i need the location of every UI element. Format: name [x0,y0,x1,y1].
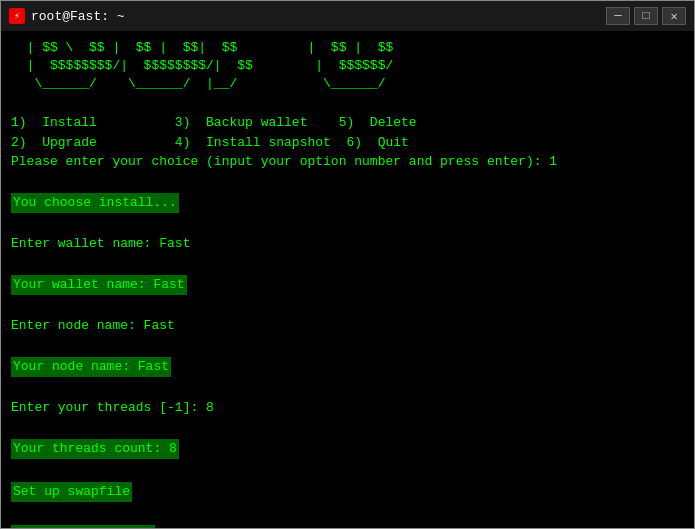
window: ⚡ root@Fast: ~ — □ ✕ | $$ \ $$ | $$ | $$… [0,0,695,529]
threads-prompt: Enter your threads [-1]: 8 [11,398,684,418]
output-line-4: Your threads count: 8 [11,439,684,459]
ascii-art: | $$ \ $$ | $$ | $$| $$ | $$ | $$ | $$$$… [11,39,684,94]
node-prompt: Enter node name: Fast [11,316,684,336]
terminal-icon: ⚡ [9,8,25,24]
menu-line-1: 1) Install 3) Backup wallet 5) Delete [11,113,684,133]
menu-line-2: 2) Upgrade 4) Install snapshot 6) Quit [11,133,684,153]
close-button[interactable]: ✕ [662,7,686,25]
title-bar: ⚡ root@Fast: ~ — □ ✕ [1,1,694,31]
output-line-3: Your node name: Fast [11,357,684,377]
window-title: root@Fast: ~ [31,9,125,24]
output-line-6: [Swap] Starting... [11,525,684,528]
minimize-button[interactable]: — [606,7,630,25]
title-controls: — □ ✕ [606,7,686,25]
output-line-2: Your wallet name: Fast [11,275,684,295]
output-line-1: You choose install... [11,193,684,213]
title-bar-left: ⚡ root@Fast: ~ [9,8,125,24]
terminal-body[interactable]: | $$ \ $$ | $$ | $$| $$ | $$ | $$ | $$$$… [1,31,694,528]
menu-prompt: Please enter your choice (input your opt… [11,152,684,172]
output-line-5: Set up swapfile [11,482,684,502]
maximize-button[interactable]: □ [634,7,658,25]
wallet-prompt: Enter wallet name: Fast [11,234,684,254]
